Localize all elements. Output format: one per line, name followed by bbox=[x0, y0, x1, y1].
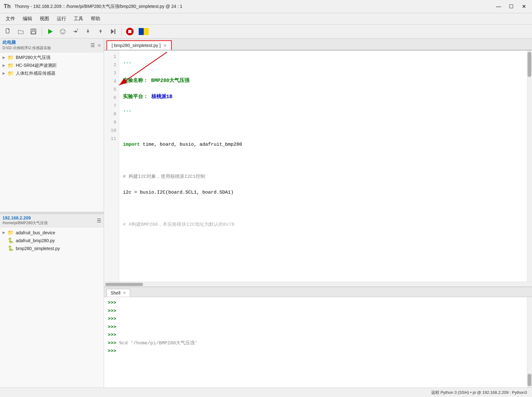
left-panel: 此电脑 D:\02-示例程序\2.传感器实验 ☰ ✕ ▶ 📁 BMP280大气压… bbox=[0, 38, 104, 388]
code-line-9: i2c = busio.I2C(board.SCL1, board.SDA1) bbox=[123, 189, 523, 197]
shell-prompt-6: >>> bbox=[108, 348, 116, 354]
line-num-11: 11 bbox=[104, 135, 119, 143]
svg-rect-3 bbox=[32, 32, 35, 34]
local-panel-menu-icon[interactable]: ☰ bbox=[90, 42, 95, 48]
shell-and-scroll: >>> >>> >>> >>> >>> >>> %cd '/home/pi/BM… bbox=[104, 297, 532, 388]
local-panel-close-icon[interactable]: ✕ bbox=[97, 43, 101, 48]
editor-scroll-thumb[interactable] bbox=[528, 52, 531, 77]
shell-prompt-5: >>> bbox=[108, 332, 116, 338]
toolbar bbox=[0, 25, 532, 38]
shell-tab[interactable]: Shell ✕ bbox=[107, 289, 130, 297]
code-line-10 bbox=[123, 205, 523, 213]
remote-tree-item-bus-device[interactable]: ▶ 📁 adafruit_bus_device bbox=[0, 229, 104, 236]
local-tree-item-bmp280[interactable]: ▶ 📁 BMP280大气压强 bbox=[0, 54, 104, 61]
remote-panel-menu-icon[interactable]: ☰ bbox=[97, 218, 101, 224]
menu-run[interactable]: 运行 bbox=[54, 15, 69, 23]
code-line-8: # 构建I2C对象，使用核桃派I2C1控制 bbox=[123, 173, 523, 181]
debug-button[interactable] bbox=[57, 26, 68, 37]
resume-button[interactable] bbox=[107, 26, 119, 37]
editor-tab-simpletest[interactable]: [ bmp280_simpletest.py ] ✕ bbox=[107, 40, 172, 50]
code-token: import bbox=[123, 141, 140, 149]
titlebar: Th Thonny - 192.168.2.209 :: /home/pi/BM… bbox=[0, 0, 532, 13]
maximize-button[interactable]: ☐ bbox=[507, 2, 516, 11]
titlebar-left: Th Thonny - 192.168.2.209 :: /home/pi/BM… bbox=[4, 3, 182, 10]
code-token: # #构建BMP280，本实验模块I2C地址为默认的0x76 bbox=[123, 221, 234, 229]
open-file-button[interactable] bbox=[15, 26, 26, 37]
pyfile-icon-bmp280: 🐍 bbox=[8, 237, 14, 243]
code-token: BMP280 bbox=[148, 77, 169, 85]
svg-marker-8 bbox=[75, 30, 78, 33]
shell-prompt-cmd: >>> bbox=[108, 341, 116, 346]
editor-tab-close-icon[interactable]: ✕ bbox=[163, 43, 167, 48]
shell-vertical-scrollbar[interactable] bbox=[527, 297, 532, 388]
line-num-3: 3 bbox=[104, 69, 119, 78]
line-num-5: 5 bbox=[104, 86, 119, 94]
shell-line-5: >>> bbox=[108, 331, 523, 339]
shell-prompt-4: >>> bbox=[108, 324, 116, 330]
code-token: ''' bbox=[123, 109, 131, 117]
svg-marker-4 bbox=[48, 29, 53, 34]
code-line-3: 实验平台： 核桃派1B bbox=[123, 93, 523, 101]
folder-icon-bus-device: 📁 bbox=[8, 230, 14, 236]
toolbar-separator-1 bbox=[42, 27, 42, 36]
remote-tree-item-simpletest[interactable]: 🐍 bmp280_simpletest.py bbox=[0, 244, 104, 252]
statusbar: 远程 Python 3 (SSH) • pi @ 192.168.2.209 :… bbox=[0, 388, 532, 397]
remote-item-simpletest-label: bmp280_simpletest.py bbox=[16, 246, 60, 251]
code-line-5 bbox=[123, 125, 523, 133]
local-item-pir-label: 人体红外感应传感器 bbox=[16, 71, 55, 76]
svg-marker-9 bbox=[87, 31, 89, 33]
local-tree-item-hcsr04[interactable]: ▶ 📁 HC-SR04超声波测距 bbox=[0, 61, 104, 69]
menu-edit[interactable]: 编辑 bbox=[20, 15, 35, 23]
step-into-button[interactable] bbox=[82, 26, 94, 37]
line-numbers: 1 2 3 4 5 6 7 8 9 10 11 bbox=[104, 50, 119, 282]
shell-line-1: >>> bbox=[108, 299, 523, 307]
shell-content[interactable]: >>> >>> >>> >>> >>> >>> %cd '/home/pi/BM… bbox=[104, 297, 527, 388]
shell-area: Shell ✕ >>> >>> >>> >>> >>> >>> %cd '/ho… bbox=[104, 287, 532, 388]
local-files-panel: 此电脑 D:\02-示例程序\2.传感器实验 ☰ ✕ ▶ 📁 BMP280大气压… bbox=[0, 38, 104, 212]
code-line-2: 实验名称： BMP280大气压强 bbox=[123, 77, 523, 85]
step-out-button[interactable] bbox=[95, 26, 106, 37]
shell-scroll-thumb[interactable] bbox=[528, 374, 531, 386]
new-file-button[interactable] bbox=[3, 26, 14, 37]
remote-path: /home/pi/BMP280大气压强 bbox=[3, 220, 48, 226]
line-num-6: 6 bbox=[104, 94, 119, 102]
tree-toggle-bus-device: ▶ bbox=[3, 231, 7, 235]
menu-file[interactable]: 文件 bbox=[3, 15, 18, 23]
shell-prompt-3: >>> bbox=[108, 316, 116, 322]
save-file-button[interactable] bbox=[28, 26, 39, 37]
shell-tab-close-icon[interactable]: ✕ bbox=[123, 291, 126, 295]
editor-horizontal-scrollbar[interactable] bbox=[104, 282, 532, 287]
editor-tab-label: [ bmp280_simpletest.py ] bbox=[112, 43, 161, 48]
line-num-8: 8 bbox=[104, 110, 119, 119]
app-logo-icon: Th bbox=[4, 3, 11, 10]
editor-vertical-scrollbar[interactable] bbox=[527, 50, 532, 282]
shell-cmd-text: %cd '/home/pi/BMP280大气压强' bbox=[116, 341, 198, 346]
code-line-4: ''' bbox=[123, 109, 523, 117]
code-line-7 bbox=[123, 157, 523, 165]
step-over-button[interactable] bbox=[70, 26, 81, 37]
code-editor[interactable]: ''' 实验名称： BMP280大气压强 实验平台： 核桃派1B ''' imp… bbox=[119, 50, 527, 282]
menubar: 文件 编辑 视图 运行 工具 帮助 bbox=[0, 13, 532, 25]
titlebar-controls: — ☐ ✕ bbox=[494, 2, 528, 11]
menu-tools[interactable]: 工具 bbox=[71, 15, 86, 23]
editor-hscroll-thumb[interactable] bbox=[105, 283, 143, 286]
stop-button[interactable] bbox=[124, 26, 136, 37]
line-num-1: 1 bbox=[104, 53, 119, 61]
remote-files-header: 192.168.2.209 /home/pi/BMP280大气压强 ☰ bbox=[0, 214, 104, 227]
close-button[interactable]: ✕ bbox=[519, 2, 528, 11]
remote-tree-item-bmp280-py[interactable]: 🐍 adafruit_bmp280.py bbox=[0, 236, 104, 244]
local-file-tree: ▶ 📁 BMP280大气压强 ▶ 📁 HC-SR04超声波测距 ▶ 📁 人体红外… bbox=[0, 52, 104, 212]
line-num-7: 7 bbox=[104, 102, 119, 110]
flag-button[interactable] bbox=[138, 26, 149, 37]
local-pc-label: 此电脑 bbox=[3, 40, 51, 45]
local-tree-item-pir[interactable]: ▶ 📁 人体红外感应传感器 bbox=[0, 69, 104, 77]
folder-icon-pir: 📁 bbox=[8, 70, 14, 76]
shell-line-2: >>> bbox=[108, 307, 523, 315]
minimize-button[interactable]: — bbox=[494, 2, 503, 11]
run-button[interactable] bbox=[44, 26, 56, 37]
tree-toggle-bmp280: ▶ bbox=[3, 55, 7, 60]
code-token: time, board, busio, adafruit_bmp280 bbox=[140, 141, 242, 149]
menu-view[interactable]: 视图 bbox=[37, 15, 52, 23]
code-line-11: # #构建BMP280，本实验模块I2C地址为默认的0x76 bbox=[123, 221, 523, 229]
menu-help[interactable]: 帮助 bbox=[88, 15, 103, 23]
